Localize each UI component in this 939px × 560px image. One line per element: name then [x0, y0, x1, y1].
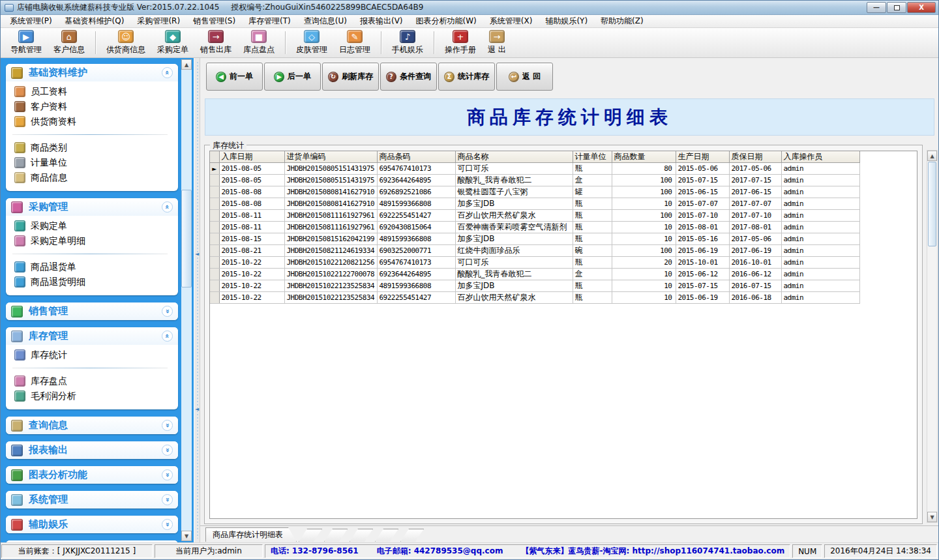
tab-empty[interactable] — [375, 529, 398, 542]
sidebar-item-product-return-order[interactable]: 商品退货单 — [6, 259, 178, 274]
minimize-button[interactable]: — — [867, 2, 886, 13]
toolbar-button-operation-manual[interactable]: +操作手册 — [439, 29, 482, 56]
table-row[interactable]: 2015-08-08JHDBH2015080814162791069268925… — [210, 186, 859, 198]
sidebar-header-basic-data-maintenance[interactable]: 基础资料维护« — [6, 64, 178, 81]
expand-chevron-icon[interactable]: « — [162, 494, 173, 505]
close-button[interactable]: X — [907, 2, 936, 13]
sidebar-scroll-thumb[interactable] — [181, 190, 192, 287]
sidebar-header-report-output[interactable]: 报表输出« — [6, 441, 178, 459]
column-header[interactable]: 生产日期 — [676, 151, 729, 163]
sidebar-header-chart-analysis[interactable]: 图表分析功能« — [6, 466, 178, 484]
menu-item[interactable]: 系统管理(X) — [483, 14, 539, 28]
toolbar-button-customer-info[interactable]: ⌂客户信息 — [48, 29, 91, 56]
column-header[interactable]: 质保日期 — [729, 151, 781, 163]
table-row[interactable]: 2015-08-15JHDBH2015081516204219948915993… — [210, 233, 859, 245]
condition-query-button[interactable]: ?条件查询 — [380, 63, 437, 91]
expand-chevron-icon[interactable]: « — [162, 519, 173, 530]
sidebar-item-supplier-data[interactable]: 供货商资料 — [6, 114, 178, 129]
sidebar-item-product-info[interactable]: 商品信息 — [6, 170, 178, 185]
toolbar-button-stock-check[interactable]: ■库点盘点 — [237, 29, 280, 56]
sidebar-header-system-management[interactable]: 系统管理« — [6, 491, 178, 508]
collapse-chevron-icon[interactable]: « — [162, 67, 173, 78]
scroll-down-arrow-icon[interactable]: ▼ — [181, 531, 192, 541]
toolbar-button-purchase-order[interactable]: ◆采购定单 — [151, 29, 194, 56]
table-row[interactable]: 2015-08-11JHDBH2015081116192796169222554… — [210, 210, 859, 222]
collapse-chevron-icon[interactable]: « — [162, 331, 173, 342]
column-header[interactable]: 入库操作员 — [781, 151, 859, 163]
toolbar-button-mobile-entertainment[interactable]: ♪手机娱乐 — [386, 29, 429, 56]
menu-item[interactable]: 辅助娱乐(Y) — [539, 14, 594, 28]
column-header[interactable]: 计量单位 — [573, 151, 612, 163]
grid-scroll-thumb[interactable] — [928, 162, 936, 246]
table-row[interactable]: ►2015-08-05JHDBH201508051514319756954767… — [210, 163, 859, 175]
sidebar-header-query-info[interactable]: 查询信息« — [6, 417, 178, 434]
toolbar-button-skin-management[interactable]: ◇皮肤管理 — [290, 29, 333, 56]
sidebar-item-measure-unit[interactable]: 计量单位 — [6, 155, 178, 170]
toolbar-button-navigation-management[interactable]: ▶导航管理 — [5, 29, 48, 56]
menu-item[interactable]: 销售管理(S) — [186, 14, 242, 28]
sidebar-header-purchase-management[interactable]: 采购管理« — [6, 198, 178, 216]
grid-scrollbar[interactable]: ▲ ▼ — [927, 150, 938, 523]
table-row[interactable]: 2015-10-22JHDBH2015102212082125669547674… — [210, 257, 859, 269]
tab-empty[interactable] — [350, 529, 373, 542]
prev-order-button[interactable]: ◀前一单 — [206, 63, 263, 91]
menu-item[interactable]: 报表输出(V) — [353, 14, 410, 28]
sidebar-header-entertainment[interactable]: 辅助娱乐« — [6, 516, 178, 533]
tab-empty[interactable] — [299, 529, 322, 542]
sidebar-header-inventory-management[interactable]: 库存管理« — [6, 327, 178, 345]
table-row[interactable]: 2015-08-11JHDBH2015081116192796169204308… — [210, 222, 859, 233]
table-row[interactable]: 2015-10-22JHDBH2015102212352583469222554… — [210, 292, 859, 304]
title-bar[interactable]: 店铺电脑收银系统健薪科技专业版 Ver:2015.07.22.1045 授权编号… — [1, 1, 938, 15]
menu-item[interactable]: 图表分析功能(W) — [410, 14, 483, 28]
menu-item[interactable]: 查询信息(U) — [297, 14, 353, 28]
table-row[interactable]: 2015-10-22JHDBH2015102212270007869236442… — [210, 269, 859, 280]
sidebar-item-purchase-order[interactable]: 采购定单 — [6, 218, 178, 233]
collapse-chevron-icon[interactable]: « — [162, 201, 173, 213]
expand-chevron-icon[interactable]: « — [162, 445, 173, 456]
stat-stock-button[interactable]: Σ统计库存 — [438, 63, 495, 91]
sidebar-item-customer-data[interactable]: 客户资料 — [6, 99, 178, 114]
column-header[interactable]: 商品名称 — [455, 151, 573, 163]
expand-chevron-icon[interactable]: « — [162, 306, 173, 317]
toolbar-button-supplier-info[interactable]: ☺供货商信息 — [100, 29, 151, 56]
sidebar-scroll-track[interactable] — [181, 70, 192, 531]
tab-empty[interactable] — [400, 529, 424, 542]
sidebar-item-employee-data[interactable]: 员工资料 — [6, 84, 178, 99]
restore-button[interactable] — [887, 2, 906, 13]
tab-inventory-detail[interactable]: 商品库存统计明细表 — [205, 527, 297, 542]
expand-chevron-icon[interactable]: « — [162, 469, 173, 480]
tab-empty[interactable] — [324, 529, 348, 542]
menu-item[interactable]: 基础资料维护(Q) — [59, 14, 131, 28]
table-row[interactable]: 2015-10-22JHDBH2015102212352583448915993… — [210, 280, 859, 292]
menu-item[interactable]: 库存管理(T) — [242, 14, 297, 28]
sidebar-item-gross-profit-analysis[interactable]: 毛利润分析 — [6, 389, 178, 404]
grid-scroll-up-icon[interactable]: ▲ — [927, 151, 937, 161]
next-order-button[interactable]: ▶后一单 — [264, 63, 321, 91]
column-header[interactable]: 进货单编码 — [284, 151, 377, 163]
sidebar-item-inventory-statistics[interactable]: 库存统计 — [6, 347, 178, 362]
toolbar-button-sales-outbound[interactable]: →销售出库 — [194, 29, 237, 56]
toolbar-button-exit[interactable]: →退 出 — [482, 29, 512, 56]
table-row[interactable]: 2015-08-21JHDBH2015082112461933469032520… — [210, 245, 859, 257]
back-button[interactable]: ↩返 回 — [496, 63, 553, 91]
status-shop-link[interactable]: 【紫气东来】蓝鸟贵薪-淘宝网: http://shop116074741.tao… — [521, 546, 784, 557]
column-header[interactable]: 商品数量 — [612, 151, 676, 163]
sidebar-item-product-category[interactable]: 商品类别 — [6, 140, 178, 155]
sidebar-splitter[interactable]: ◄ ◄ — [194, 58, 200, 542]
column-header[interactable]: 商品条码 — [377, 151, 455, 163]
menu-item[interactable]: 系统管理(P) — [3, 14, 59, 28]
grid-scroll-down-icon[interactable]: ▼ — [927, 512, 937, 522]
menu-item[interactable]: 帮助功能(Z) — [594, 14, 650, 28]
sidebar-item-purchase-order-detail[interactable]: 采购定单明细 — [6, 233, 178, 248]
toolbar-button-log-management[interactable]: ✎日志管理 — [333, 29, 376, 56]
column-header[interactable]: 入库日期 — [219, 151, 284, 163]
refresh-stock-button[interactable]: ↻刷新库存 — [322, 63, 379, 91]
sidebar-header-sales-management[interactable]: 销售管理« — [6, 302, 178, 320]
sidebar-scrollbar[interactable]: ▲ ▼ — [181, 59, 192, 541]
table-row[interactable]: 2015-08-08JHDBH2015080814162791048915993… — [210, 198, 859, 210]
sidebar-item-inventory-check[interactable]: 库存盘点 — [6, 374, 178, 389]
scroll-up-arrow-icon[interactable]: ▲ — [181, 59, 192, 70]
expand-chevron-icon[interactable]: « — [162, 420, 173, 431]
menu-item[interactable]: 采购管理(R) — [130, 14, 186, 28]
table-row[interactable]: 2015-08-05JHDBH2015080515143197569236442… — [210, 175, 859, 186]
